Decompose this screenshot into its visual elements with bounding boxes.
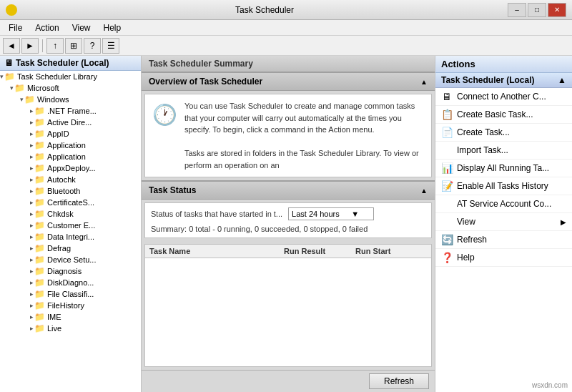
tree-item-label: Windows: [37, 95, 69, 104]
tree-item[interactable]: ▸📁Chkdsk: [0, 208, 141, 220]
folder-icon: 📁: [34, 152, 45, 162]
tree-item[interactable]: ▸📁Application: [0, 151, 141, 162]
help-toolbar-button[interactable]: ?: [84, 38, 101, 54]
tree-item[interactable]: ▸📁Application: [0, 139, 141, 151]
folder-icon: 📁: [34, 106, 45, 116]
tree-item-label: AppxDeploy...: [47, 164, 96, 172]
status-content: Status of tasks that have started in t..…: [144, 202, 432, 238]
bottom-bar: Refresh: [142, 370, 435, 392]
tree-header-icon: 🖥: [4, 58, 13, 68]
tree-container: ▾📁Task Scheduler Library▾📁Microsoft▾📁Win…: [0, 71, 141, 334]
minimize-button[interactable]: –: [508, 3, 526, 17]
action-item-8[interactable]: 🔄Refresh: [435, 231, 572, 249]
folder-icon: 📁: [34, 163, 45, 173]
tree-header[interactable]: 🖥 Task Scheduler (Local): [0, 56, 141, 71]
action-icon: ❓: [441, 252, 453, 263]
action-item-3[interactable]: 📥Import Task...: [435, 142, 572, 160]
tree-item[interactable]: ▸📁Defrag: [0, 242, 141, 254]
menu-view[interactable]: View: [66, 21, 97, 34]
menu-toolbar-button[interactable]: ☰: [102, 38, 119, 54]
tree-item[interactable]: ▸📁.NET Frame...: [0, 105, 141, 117]
watermark: wsxdn.com: [532, 381, 568, 389]
back-button[interactable]: ◄: [3, 38, 20, 54]
view-button[interactable]: ⊞: [65, 38, 82, 54]
action-label: Connect to Another C...: [457, 92, 546, 102]
actions-subheader: Task Scheduler (Local) ▲: [435, 73, 572, 88]
tree-item-label: Microsoft: [27, 84, 59, 92]
tree-item[interactable]: ▸📁AppID: [0, 128, 141, 139]
overview-collapse-btn[interactable]: ▲: [420, 78, 428, 86]
status-filter-row: Status of tasks that have started in t..…: [151, 207, 425, 220]
tree-item[interactable]: ▸📁File Classifi...: [0, 288, 141, 300]
maximize-button[interactable]: □: [528, 3, 546, 17]
action-item-9[interactable]: ❓Help: [435, 249, 572, 267]
refresh-button[interactable]: Refresh: [369, 373, 429, 389]
menu-help[interactable]: Help: [98, 21, 127, 34]
tree-item-label: CertificateS...: [47, 198, 94, 207]
tree-item-label: AppID: [47, 129, 69, 138]
action-label: View: [457, 217, 475, 227]
actions-collapse-icon: ▲: [558, 75, 566, 85]
forward-button[interactable]: ►: [21, 38, 39, 54]
action-label: Enable All Tasks History: [457, 181, 548, 191]
tree-item-label: Customer E...: [47, 221, 95, 230]
action-item-4[interactable]: 📊Display All Running Ta...: [435, 160, 572, 177]
folder-icon: 📁: [34, 175, 45, 185]
status-dropdown[interactable]: Last 24 hours ▼: [288, 207, 374, 220]
tree-item[interactable]: ▸📁Device Setu...: [0, 254, 141, 265]
folder-icon: 📁: [34, 278, 45, 288]
tree-item[interactable]: ▸📁Active Dire...: [0, 117, 141, 128]
action-icon: 📝: [441, 180, 453, 192]
action-item-5[interactable]: 📝Enable All Tasks History: [435, 177, 572, 195]
folder-icon: 📁: [34, 243, 45, 253]
close-button[interactable]: ✕: [548, 3, 566, 17]
menu-file[interactable]: File: [3, 21, 28, 34]
task-table-header: Task Name Run Result Run Start: [145, 245, 431, 258]
task-status-collapse-btn[interactable]: ▲: [420, 187, 428, 195]
action-icon: 📊: [441, 162, 453, 174]
tree-item[interactable]: ▾📁Microsoft: [0, 82, 141, 94]
right-panel: Actions Task Scheduler (Local) ▲ 🖥Connec…: [435, 56, 572, 392]
tree-arrow-icon: ▾: [20, 96, 24, 103]
tree-item[interactable]: ▸📁DiskDiagno...: [0, 277, 141, 288]
tree-item[interactable]: ▸📁Autochk: [0, 174, 141, 185]
tree-item-label: .NET Frame...: [47, 107, 97, 115]
tree-arrow-icon: ▸: [30, 142, 34, 149]
tree-item[interactable]: ▾📁Windows: [0, 94, 141, 105]
tree-arrow-icon: ▸: [30, 279, 34, 286]
task-table-body: [145, 258, 431, 315]
action-item-6[interactable]: ⚙AT Service Account Co...: [435, 195, 572, 213]
col-run-start: Run Start: [355, 247, 427, 255]
main-area: 🖥 Task Scheduler (Local) ▾📁Task Schedule…: [0, 56, 572, 392]
action-item-1[interactable]: 📋Create Basic Task...: [435, 106, 572, 124]
tree-item[interactable]: ▸📁Customer E...: [0, 220, 141, 231]
tree-item[interactable]: ▸📁CertificateS...: [0, 197, 141, 208]
tree-item-label: Task Scheduler Library: [17, 72, 97, 81]
tree-item-label: Active Dire...: [47, 118, 92, 127]
tree-item[interactable]: ▸📁Data Integri...: [0, 231, 141, 242]
dropdown-arrow-icon: ▼: [351, 210, 359, 218]
folder-icon: 📁: [34, 186, 45, 196]
tree-item[interactable]: ▾📁Task Scheduler Library: [0, 71, 141, 82]
tree-item-label: Live: [47, 324, 61, 333]
action-item-2[interactable]: 📄Create Task...: [435, 124, 572, 142]
folder-icon: 📁: [34, 232, 45, 242]
tree-item[interactable]: ▸📁FileHistory: [0, 300, 141, 311]
action-label: Display All Running Ta...: [457, 163, 549, 173]
actions-header: Actions: [435, 56, 572, 73]
tree-item[interactable]: ▸📁Diagnosis: [0, 265, 141, 277]
tree-item-label: Chkdsk: [47, 210, 74, 218]
tree-item[interactable]: ▸📁Live: [0, 323, 141, 334]
action-item-0[interactable]: 🖥Connect to Another C...: [435, 88, 572, 106]
tree-item-label: Autochk: [47, 175, 76, 184]
tree-item[interactable]: ▸📁Bluetooth: [0, 185, 141, 197]
status-filter-label: Status of tasks that have started in t..…: [151, 210, 282, 218]
tree-item[interactable]: ▸📁IME: [0, 311, 141, 323]
menu-action[interactable]: Action: [29, 21, 64, 34]
tree-header-label: Task Scheduler (Local): [16, 58, 109, 68]
folder-icon: 📁: [34, 255, 45, 265]
task-status-section: Task Status ▲ Status of tasks that have …: [142, 182, 435, 370]
tree-item[interactable]: ▸📁AppxDeploy...: [0, 162, 141, 174]
action-item-7[interactable]: 👁View▶: [435, 213, 572, 231]
up-button[interactable]: ↑: [46, 38, 64, 54]
